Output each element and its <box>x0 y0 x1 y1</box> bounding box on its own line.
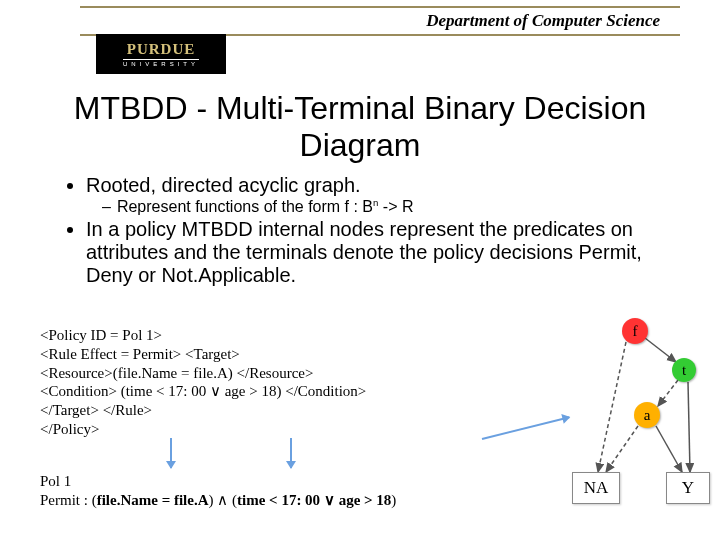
node-f-label: f <box>633 323 638 340</box>
sub-suffix: -> R <box>378 198 413 215</box>
s2b: file.Name = file.A <box>97 492 209 508</box>
vee-icon: ∨ <box>324 491 335 508</box>
purdue-logo: PURDUE UNIVERSITY <box>96 34 226 74</box>
bullet-2: In a policy MTBDD internal nodes represe… <box>86 218 680 287</box>
node-t: t <box>672 358 696 382</box>
code-line-5: </Target> </Rule> <box>40 401 470 420</box>
sub-prefix: Represent functions of the form f : B <box>117 198 373 215</box>
s2f: age > 18 <box>335 492 391 508</box>
svg-line-1 <box>598 342 626 472</box>
svg-line-3 <box>688 382 690 472</box>
s2c: ) <box>209 492 218 508</box>
code-line-3: <Resource>(file.Name = file.A) </Resourc… <box>40 364 470 383</box>
svg-line-2 <box>658 380 678 406</box>
department-label: Department of Computer Science <box>426 11 660 31</box>
policy-summary: Pol 1 Permit : (file.Name = file.A) ∧ (t… <box>40 472 396 510</box>
slide-title: MTBDD - Multi-Terminal Binary Decision D… <box>40 90 680 164</box>
code-line-6: </Policy> <box>40 420 470 439</box>
wedge-icon: ∧ <box>217 491 228 508</box>
code-line-1: <Policy ID = Pol 1> <box>40 326 470 345</box>
arrow-down-icon <box>290 438 292 468</box>
summary-line-1: Pol 1 <box>40 472 396 491</box>
terminal-na: NA <box>572 472 620 504</box>
s2a: Permit : ( <box>40 492 97 508</box>
dash-icon: – <box>102 198 111 215</box>
svg-line-5 <box>656 426 682 472</box>
node-t-label: t <box>682 362 686 379</box>
logo-sub: UNIVERSITY <box>123 59 199 67</box>
bullet-list: Rooted, directed acyclic graph. –Represe… <box>60 174 680 287</box>
s2d: ( <box>228 492 237 508</box>
svg-line-0 <box>645 338 676 362</box>
node-a-label: a <box>644 407 651 424</box>
xml-policy-block: <Policy ID = Pol 1> <Rule Effect = Permi… <box>40 326 470 439</box>
terminal-na-label: NA <box>584 478 609 498</box>
bullet-1-sub: –Represent functions of the form f : Bn … <box>102 197 680 216</box>
terminal-y: Y <box>666 472 710 504</box>
code-line-2: <Rule Effect = Permit> <Target> <box>40 345 470 364</box>
header-bar: Department of Computer Science <box>80 6 680 36</box>
node-a: a <box>634 402 660 428</box>
logo-main: PURDUE <box>127 41 196 58</box>
arrow-down-icon <box>170 438 172 468</box>
node-f: f <box>622 318 648 344</box>
bullet-1-text: Rooted, directed acyclic graph. <box>86 174 361 196</box>
summary-line-2: Permit : (file.Name = file.A) ∧ (time < … <box>40 491 396 510</box>
arrow-diag-icon <box>482 416 570 440</box>
code-line-4: <Condition> (time < 17: 00 ∨ age > 18) <… <box>40 382 470 401</box>
terminal-y-label: Y <box>682 478 694 498</box>
s2g: ) <box>391 492 396 508</box>
bullet-1: Rooted, directed acyclic graph. –Represe… <box>86 174 680 216</box>
svg-line-4 <box>606 426 638 472</box>
s2e: time < 17: 00 <box>237 492 324 508</box>
